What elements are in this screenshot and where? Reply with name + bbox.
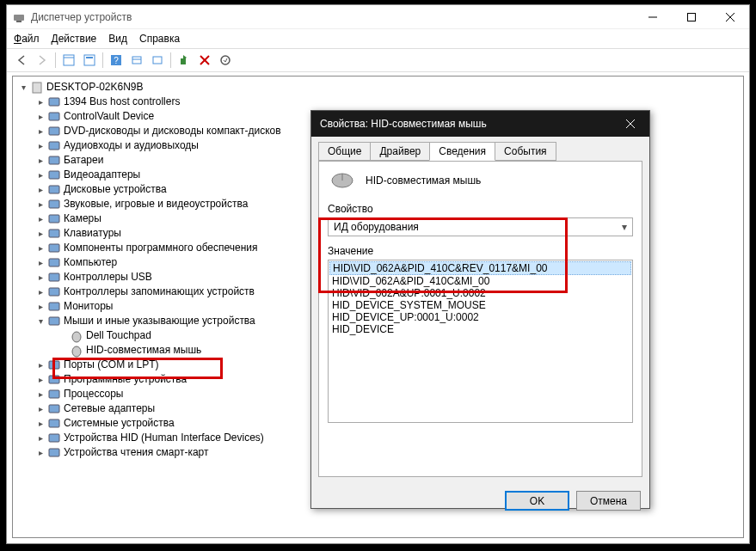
tab-panel-details: HID-совместимая мышь Свойство ИД оборудо… (318, 161, 642, 477)
help-button[interactable]: ? (107, 51, 126, 70)
tree-item[interactable]: ▸1394 Bus host controllers (16, 95, 743, 109)
value-item[interactable]: HID_DEVICE_UP:0001_U:0002 (329, 311, 631, 323)
value-item[interactable]: HID\VID_062A&UP:0001_U:0002 (329, 287, 631, 299)
device-category-icon (47, 358, 61, 372)
value-item[interactable]: HID_DEVICE_SYSTEM_MOUSE (329, 299, 631, 311)
dialog-button-row: OK Отмена (311, 484, 649, 517)
svg-rect-1 (16, 21, 22, 22)
cancel-button[interactable]: Отмена (576, 491, 641, 511)
chevron-right-icon: ▸ (35, 358, 46, 372)
value-label: Значение (328, 245, 633, 257)
tab-details[interactable]: Сведения (429, 142, 495, 161)
svg-rect-33 (49, 288, 59, 296)
device-category-icon (47, 256, 61, 270)
menu-help[interactable]: Справка (139, 33, 180, 45)
svg-point-18 (221, 56, 230, 64)
device-category-icon (47, 417, 61, 431)
svg-rect-9 (86, 57, 93, 58)
tree-item-label: Устройства чтения смарт-карт (64, 445, 208, 460)
chevron-right-icon: ▸ (35, 226, 46, 241)
device-category-icon (47, 402, 61, 416)
chevron-right-icon: ▸ (35, 401, 46, 416)
refresh-button[interactable] (148, 51, 167, 70)
menu-view[interactable]: Вид (108, 33, 127, 45)
device-name: HID-совместимая мышь (366, 174, 481, 187)
toolbar: ? (7, 48, 749, 72)
property-selected: ИД оборудования (334, 221, 419, 233)
chevron-right-icon: ▸ (35, 241, 46, 255)
tab-events[interactable]: События (495, 142, 556, 161)
tree-item-label: Звуковые, игровые и видеоустройства (64, 197, 248, 211)
back-button[interactable] (12, 51, 31, 70)
svg-rect-12 (132, 57, 141, 64)
chevron-right-icon: ▸ (35, 168, 46, 182)
device-category-icon (47, 315, 61, 328)
tree-item-label: Аудиовходы и аудиовыходы (64, 138, 199, 153)
svg-rect-6 (64, 55, 74, 65)
device-category-icon (47, 227, 61, 241)
close-button[interactable] (710, 5, 749, 29)
device-category-icon (47, 110, 61, 124)
uninstall-button[interactable] (195, 51, 214, 70)
tree-item-label: Компьютер (64, 255, 117, 270)
value-item[interactable]: HID\VID_062A&PID_410C&MI_00 (329, 275, 631, 287)
chevron-right-icon: ▸ (35, 270, 46, 285)
svg-rect-0 (14, 15, 24, 21)
dialog-close-button[interactable] (611, 111, 649, 137)
device-category-icon (47, 285, 61, 299)
device-category-icon (47, 242, 61, 255)
svg-rect-29 (49, 230, 59, 237)
svg-rect-19 (33, 83, 41, 93)
svg-rect-3 (687, 13, 695, 21)
value-item[interactable]: HID_DEVICE (329, 323, 631, 335)
property-label: Свойство (328, 203, 633, 215)
svg-rect-41 (49, 405, 59, 413)
main-title: Диспетчер устройств (31, 11, 633, 23)
device-category-icon (30, 81, 44, 95)
property-combo[interactable]: ИД оборудования (328, 217, 633, 236)
menu-action[interactable]: Действие (52, 33, 97, 45)
device-category-icon (47, 154, 61, 168)
tree-item-label: DVD-дисководы и дисководы компакт-дисков (64, 124, 281, 138)
forward-button[interactable] (33, 51, 52, 70)
value-item[interactable]: HID\VID_062A&PID_410C&REV_0117&MI_00 (329, 261, 631, 275)
tab-driver[interactable]: Драйвер (370, 142, 430, 161)
device-category-icon (47, 139, 61, 153)
disable-button[interactable] (216, 51, 235, 70)
maximize-button[interactable] (672, 5, 710, 29)
tree-item-label: Устройства HID (Human Interface Devices) (64, 431, 264, 445)
ok-button[interactable]: OK (505, 491, 569, 511)
device-category-icon (47, 388, 61, 401)
chevron-right-icon: ▸ (35, 416, 46, 431)
tree-item-label: Системные устройства (64, 416, 175, 431)
tree-item-label: Клавиатуры (64, 226, 121, 241)
svg-rect-21 (49, 113, 59, 120)
tree-item-label: Компоненты программного обеспечения (64, 241, 258, 255)
chevron-right-icon: ▸ (35, 182, 46, 197)
svg-rect-22 (49, 127, 59, 135)
scan-button[interactable] (127, 51, 146, 70)
dialog-titlebar: Свойства: HID-совместимая мышь (311, 111, 649, 137)
update-driver-button[interactable] (175, 51, 194, 70)
show-hide-button[interactable] (59, 51, 78, 70)
dialog-title: Свойства: HID-совместимая мышь (320, 118, 611, 130)
device-category-icon (47, 212, 61, 226)
device-category-icon (47, 432, 61, 445)
device-category-icon (70, 344, 83, 358)
tab-general[interactable]: Общие (318, 142, 371, 161)
value-listbox[interactable]: HID\VID_062A&PID_410C&REV_0117&MI_00HID\… (328, 260, 633, 423)
minimize-button[interactable] (633, 5, 672, 29)
dialog-tabs: Общие Драйвер Сведения События (311, 137, 649, 161)
tree-item-label: HID-совместимая мышь (86, 343, 201, 358)
svg-rect-25 (49, 171, 59, 179)
tree-item-label: Батареи (64, 153, 103, 168)
svg-rect-26 (49, 186, 59, 193)
svg-point-36 (72, 332, 81, 342)
properties-button[interactable] (80, 51, 99, 70)
tree-item-label: 1394 Bus host controllers (64, 95, 180, 109)
chevron-right-icon: ▸ (35, 372, 46, 387)
svg-text:?: ? (114, 56, 119, 65)
menu-file[interactable]: Файл (14, 33, 40, 45)
tree-item[interactable]: ▾DESKTOP-02K6N9B (16, 80, 743, 95)
menubar: Файл Действие Вид Справка (7, 29, 749, 48)
